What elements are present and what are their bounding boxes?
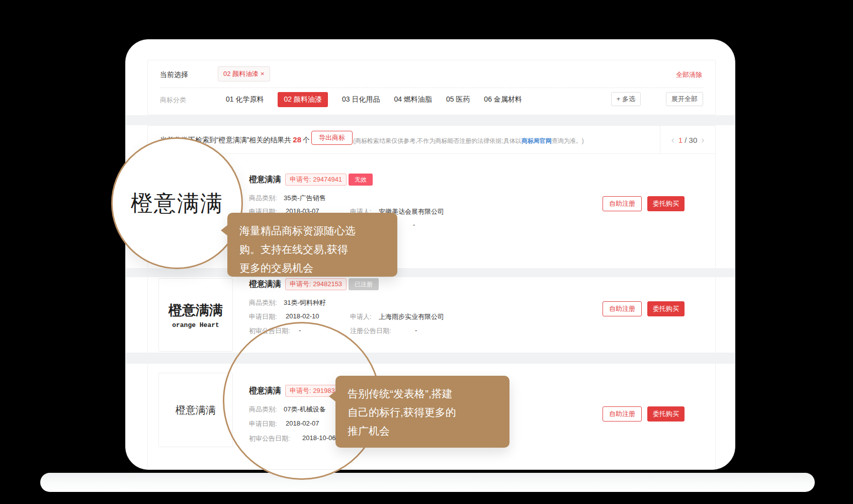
apply-date-label: 申请日期: — [249, 312, 277, 321]
category-tabs: 01 化学原料 02 颜料油漆 03 日化用品 04 燃料油脂 05 医药 06… — [226, 92, 522, 107]
applicant-label: 申请人: — [350, 312, 372, 321]
tab-01-chemical[interactable]: 01 化学原料 — [226, 95, 264, 104]
entrust-purchase-button[interactable]: 委托购买 — [647, 301, 685, 316]
reg-publication-value: - — [415, 326, 417, 334]
current-page: 1 — [678, 136, 683, 144]
tab-04-fuel[interactable]: 04 燃料油脂 — [394, 95, 432, 104]
results-summary-suffix: 个 — [303, 136, 310, 144]
self-register-button[interactable]: 自助注册 — [603, 301, 642, 316]
self-register-button[interactable]: 自助注册 — [603, 196, 642, 211]
trademark-image-text: 橙意满满 — [168, 301, 223, 319]
application-number-tag: 申请号: 29482153 — [285, 278, 347, 290]
total-pages: 30 — [689, 136, 698, 144]
expand-all-button[interactable]: 展开全部 — [666, 92, 703, 106]
close-icon[interactable]: × — [261, 70, 265, 77]
magnified-trademark-text: 橙意满满 — [131, 189, 223, 218]
divider — [160, 88, 703, 88]
entrust-purchase-button[interactable]: 委托购买 — [647, 196, 685, 211]
trademark-image-subtext: orange Heart — [172, 321, 219, 329]
current-selection-label: 当前选择 — [160, 70, 188, 79]
results-header: 当前分类下检索到“橙意满满”相关的结果共28个 导出商标 (商标检索结果仅供参考… — [148, 126, 715, 154]
trademark-image-2[interactable]: 橙意满满 orange Heart — [158, 278, 233, 352]
filter-card: 当前选择 02 颜料油漆× 全部清除 商标分类 01 化学原料 02 颜料油漆 … — [147, 60, 716, 115]
self-register-button[interactable]: 自助注册 — [603, 406, 642, 422]
row-gap — [126, 268, 735, 277]
pagination: ‹ 1 / 30 › — [660, 126, 715, 154]
screenshot-canvas: 当前选择 02 颜料油漆× 全部清除 商标分类 01 化学原料 02 颜料油漆 … — [0, 0, 853, 504]
export-trademark-button[interactable]: 导出商标 — [311, 131, 353, 145]
apply-date-value: 2018-02-10 — [286, 312, 319, 320]
tooltip-marketplace: 海量精品商标资源随心选 购。支持在线交易,获得 更多的交易机会 — [227, 213, 397, 277]
page-separator: / — [685, 136, 687, 144]
tooltip-promotion: 告别传统“发表格”,搭建 自己的标行,获得更多的 推广机会 — [335, 376, 509, 448]
laptop-base-bar — [40, 473, 815, 492]
application-number-value: 29474941 — [313, 176, 342, 183]
applicant-value: 上海雨步实业有限公司 — [379, 312, 444, 321]
category-field-value: 31类-饲料种籽 — [284, 298, 326, 307]
trademark-office-link[interactable]: 商标局官网 — [522, 137, 552, 144]
results-disclaimer: (商标检索结果仅供参考,不作为商标能否注册的法律依据;具体以商标局官网查询为准。… — [353, 137, 584, 145]
application-number-tag: 申请号: 29474941 — [285, 174, 347, 186]
reg-publication-label: 注册公告日期: — [350, 326, 391, 335]
tooltip-line: 更多的交易机会 — [239, 259, 385, 277]
trademark-image-text: 橙意满满 — [176, 403, 216, 417]
trademark-name: 橙意满满 — [249, 175, 281, 185]
application-number-value: 29482153 — [313, 280, 342, 288]
trademark-image-3[interactable]: 橙意满满 — [158, 373, 233, 447]
clear-all-link[interactable]: 全部清除 — [676, 70, 702, 79]
tab-02-paint[interactable]: 02 颜料油漆 — [278, 92, 327, 107]
tooltip-line: 告别传统“发表格”,搭建 — [348, 384, 497, 403]
tooltip-line: 购。支持在线交易,获得 — [239, 240, 385, 259]
tooltip-arrow-icon — [329, 391, 336, 402]
application-number-label: 申请号: — [290, 176, 311, 183]
results-count: 28 — [291, 135, 303, 144]
reg-publication-value: - — [413, 221, 415, 228]
tooltip-arrow-icon — [221, 225, 228, 236]
category-field-value: 35类-广告销售 — [284, 194, 326, 203]
multi-select-button[interactable]: + 多选 — [611, 92, 641, 106]
trademark-name: 橙意满满 — [249, 279, 281, 290]
category-field-label: 商品类别: — [249, 298, 277, 307]
status-badge: 已注册 — [349, 278, 379, 290]
category-label: 商标分类 — [160, 96, 186, 105]
status-badge: 无效 — [349, 174, 373, 186]
tooltip-line: 海量精品商标资源随心选 — [239, 221, 385, 240]
magnifier-circle-1: 橙意满满 — [111, 137, 243, 269]
prev-page-icon[interactable]: ‹ — [671, 135, 674, 145]
disclaimer-text-prefix: (商标检索结果仅供参考,不作为商标能否注册的法律依据;具体以 — [353, 137, 522, 144]
category-field-label: 商品类别: — [249, 194, 277, 203]
tooltip-line: 推广机会 — [348, 422, 497, 440]
tab-05-medicine[interactable]: 05 医药 — [446, 95, 470, 104]
tooltip-line: 自己的标行,获得更多的 — [348, 403, 497, 422]
application-number-label: 申请号: — [290, 280, 311, 288]
disclaimer-text-suffix: 查询为准。) — [552, 137, 584, 144]
next-page-icon[interactable]: › — [701, 135, 704, 145]
selected-filter-tag[interactable]: 02 颜料油漆× — [218, 66, 270, 81]
tab-03-daily[interactable]: 03 日化用品 — [342, 95, 380, 104]
tab-06-metal[interactable]: 06 金属材料 — [484, 95, 522, 104]
section-gap — [126, 115, 735, 125]
row-gap — [126, 353, 735, 364]
selected-filter-tag-label: 02 颜料油漆 — [223, 70, 259, 77]
entrust-purchase-button[interactable]: 委托购买 — [647, 406, 685, 422]
